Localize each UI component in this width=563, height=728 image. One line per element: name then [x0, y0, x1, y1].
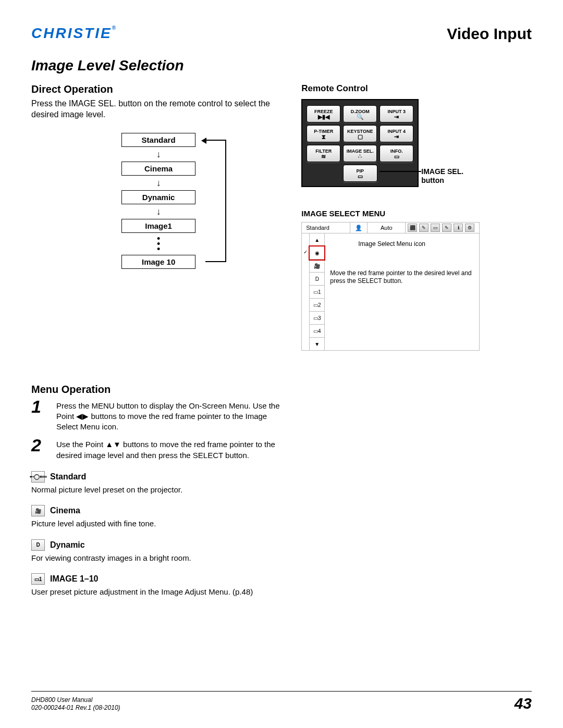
- cycle-item: Image 10: [121, 255, 195, 269]
- menu-operation-heading: Menu Operation: [31, 384, 286, 396]
- menu-item-icon[interactable]: ▭3: [310, 312, 324, 325]
- step-text: Press the MENU button to display the On-…: [56, 401, 286, 433]
- menu-icon: ✎: [442, 224, 451, 232]
- remote-button-info[interactable]: INFO.▭: [380, 145, 413, 162]
- remote-button-input4[interactable]: INPUT 4⇥: [380, 125, 413, 142]
- standard-icon: ➸◯⟸: [31, 471, 45, 483]
- step-number: 2: [31, 437, 49, 461]
- image-preset-icon: ▭1: [31, 573, 45, 585]
- remote-figure: FREEZE▶▮◀ D.ZOOM🔍 INPUT 3⇥ P-TIMER⧗ KEYS…: [301, 99, 532, 187]
- step-text: Use the Point ▲▼ buttons to move the red…: [56, 439, 286, 461]
- remote-button-pip[interactable]: PIP▭: [343, 165, 377, 182]
- cinema-icon: 🎥: [31, 505, 45, 516]
- direct-operation-heading: Direct Operation: [31, 83, 286, 95]
- menu-mode-icon: 👤: [350, 223, 368, 233]
- callout-image-sel: IMAGE SEL. button: [421, 167, 473, 185]
- image-select-menu-figure: Standard 👤 Auto ⬛ ✎ ▭ ✎ ℹ ⚙ ✓: [301, 222, 480, 351]
- menu-auto-label: Auto: [368, 223, 406, 233]
- cycle-item: Cinema: [121, 162, 195, 176]
- menu-item-icon[interactable]: D: [310, 273, 324, 286]
- brand-logo: CHRISTIE®: [31, 25, 117, 42]
- menu-icon: ⚙: [465, 224, 474, 232]
- desc-title: Dynamic: [50, 540, 85, 550]
- scroll-down-icon[interactable]: ▼: [310, 338, 324, 350]
- menu-side-icons: ▲ ◉ 🎥 D ▭1 ▭2 ▭3 ▭4 ▼: [310, 233, 325, 350]
- desc-body: User preset picture adjustment in the Im…: [31, 587, 286, 597]
- image-select-menu-title: IMAGE SELECT MENU: [301, 209, 532, 218]
- menu-item-icon[interactable]: ▭1: [310, 286, 324, 299]
- callout-move-pointer: Move the red frame pointer to the desire…: [330, 269, 474, 286]
- cycle-diagram: Standard ↓ Cinema ↓ Dynamic ↓ Image1 •••…: [91, 133, 226, 269]
- remote-control-heading: Remote Control: [301, 83, 532, 94]
- menu-item-icon[interactable]: ▭4: [310, 325, 324, 338]
- menu-icon: ℹ: [454, 224, 463, 232]
- menu-checkmark-column: ✓: [302, 233, 310, 350]
- desc-body: For viewing contrasty images in a bright…: [31, 553, 286, 563]
- cycle-item: Dynamic: [121, 190, 195, 204]
- step-number: 1: [31, 399, 49, 433]
- remote-button-ptimer[interactable]: P-TIMER⧗: [307, 125, 340, 142]
- remote-button-filter[interactable]: FILTER≋: [307, 145, 340, 162]
- menu-item-icon[interactable]: ▭2: [310, 299, 324, 312]
- direct-operation-text: Press the IMAGE SEL. button on the remot…: [31, 98, 286, 120]
- remote-button-input3[interactable]: INPUT 3⇥: [380, 105, 413, 122]
- chapter-title: Video Input: [447, 25, 532, 43]
- menu-top-icons: ⬛ ✎ ▭ ✎ ℹ ⚙: [406, 223, 479, 233]
- remote-button-keystone[interactable]: KEYSTONE▢: [343, 125, 377, 142]
- desc-body: Normal picture level preset on the proje…: [31, 485, 286, 495]
- menu-current-label: Standard: [302, 223, 350, 233]
- dynamic-icon: D: [31, 539, 45, 551]
- page-number: 43: [515, 695, 532, 712]
- remote-button-dzoom[interactable]: D.ZOOM🔍: [343, 105, 377, 122]
- remote-button-freeze[interactable]: FREEZE▶▮◀: [307, 105, 340, 122]
- cycle-item: Standard: [121, 133, 195, 147]
- remote-button-image-sel[interactable]: IMAGE SEL.∴: [343, 145, 377, 162]
- menu-icon: ⬛: [408, 224, 417, 232]
- menu-item-icon[interactable]: ◉: [310, 246, 324, 260]
- desc-title: IMAGE 1–10: [50, 574, 98, 584]
- section-title: Image Level Selection: [31, 57, 532, 74]
- desc-title: Standard: [50, 472, 86, 482]
- scroll-up-icon[interactable]: ▲: [310, 233, 324, 246]
- menu-item-icon[interactable]: 🎥: [310, 260, 324, 273]
- menu-icon: ▭: [431, 224, 440, 232]
- footer-info: DHD800 User Manual 020-000244-01 Rev.1 (…: [31, 696, 120, 712]
- desc-title: Cinema: [50, 506, 80, 515]
- cycle-item: Image1: [121, 219, 195, 233]
- callout-menu-icon: Image Select Menu icon: [358, 240, 474, 249]
- menu-icon: ✎: [419, 224, 429, 232]
- desc-body: Picture level adjusted with fine tone.: [31, 519, 286, 529]
